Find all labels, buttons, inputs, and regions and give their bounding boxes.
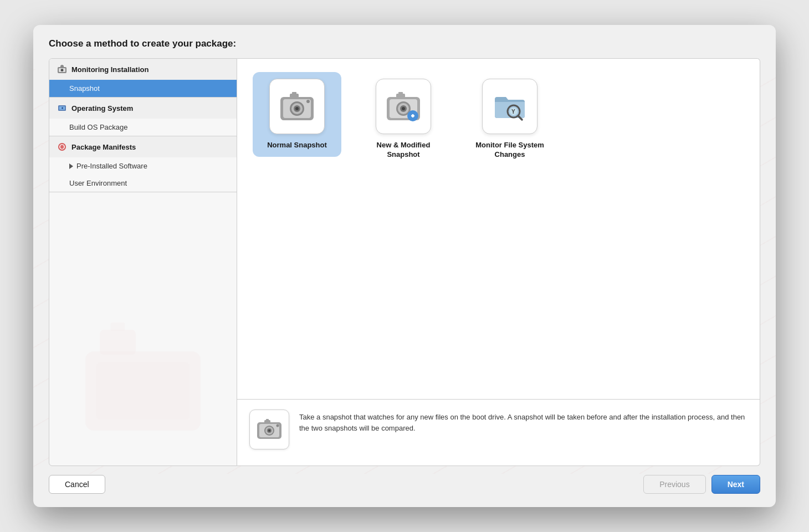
normal-snapshot-icon-box — [269, 79, 325, 134]
dialog-title: Choose a method to create your package: — [49, 38, 236, 49]
svg-rect-9 — [62, 65, 63, 66]
svg-point-29 — [402, 107, 405, 110]
os-icon — [57, 103, 67, 113]
dialog-body: Monitoring Installation Snapshot — [33, 58, 776, 466]
sidebar-section-header-os[interactable]: Operating System — [49, 98, 237, 119]
svg-point-7 — [62, 69, 63, 70]
svg-rect-0 — [85, 351, 201, 431]
sidebar-item-preinstalled[interactable]: Pre-Installed Software — [49, 157, 237, 175]
new-modified-label: New & Modified Snapshot — [366, 141, 441, 160]
manifests-label: Package Manifests — [71, 143, 136, 151]
desc-icon-box — [249, 410, 289, 449]
monitoring-icon — [57, 64, 67, 74]
sidebar-section-header-monitoring[interactable]: Monitoring Installation — [49, 59, 237, 80]
description-text: Take a snapshot that watches for any new… — [299, 410, 747, 434]
new-modified-icon-box — [376, 79, 431, 134]
manifests-icon — [57, 142, 67, 152]
arrow-icon — [69, 163, 73, 169]
svg-rect-1 — [96, 362, 190, 420]
next-button[interactable]: Next — [711, 475, 760, 494]
monitor-fs-label: Monitor File System Changes — [472, 141, 547, 160]
monitor-fs-icon-box: Y — [482, 79, 537, 134]
dialog-header: Choose a method to create your package: — [33, 25, 776, 58]
previous-button[interactable]: Previous — [643, 475, 705, 494]
sidebar: Monitoring Installation Snapshot — [49, 58, 237, 466]
svg-rect-21 — [290, 94, 299, 98]
svg-rect-3 — [111, 323, 125, 331]
option-monitor-fs[interactable]: Y Monitor File System Changes — [465, 72, 554, 166]
svg-point-47 — [277, 424, 279, 427]
main-content: Normal Snapshot — [237, 58, 760, 466]
description-area: Take a snapshot that watches for any new… — [237, 399, 760, 466]
sidebar-section-manifests: Package Manifests Pre-Installed Software… — [49, 136, 237, 192]
svg-text:Y: Y — [511, 109, 515, 115]
sidebar-section-header-manifests[interactable]: Package Manifests — [49, 136, 237, 157]
svg-rect-31 — [398, 92, 403, 94]
svg-point-44 — [268, 429, 270, 432]
monitoring-label: Monitoring Installation — [71, 65, 149, 74]
svg-point-20 — [295, 107, 299, 110]
os-label: Operating System — [71, 104, 133, 112]
svg-rect-34 — [412, 114, 414, 117]
svg-point-23 — [306, 100, 310, 103]
svg-rect-30 — [396, 94, 405, 98]
svg-rect-46 — [266, 419, 269, 421]
cancel-button[interactable]: Cancel — [49, 475, 105, 494]
dialog: Choose a method to create your package: — [33, 25, 776, 507]
sidebar-item-user-env[interactable]: User Environment — [49, 175, 237, 192]
option-normal-snapshot[interactable]: Normal Snapshot — [253, 72, 341, 157]
sidebar-item-snapshot[interactable]: Snapshot — [49, 80, 237, 97]
watermark — [71, 308, 215, 454]
option-new-modified[interactable]: New & Modified Snapshot — [359, 72, 448, 166]
normal-snapshot-label: Normal Snapshot — [267, 141, 327, 150]
footer-right: Previous Next — [643, 475, 760, 494]
sidebar-item-build-os[interactable]: Build OS Package — [49, 119, 237, 136]
sidebar-section-os: Operating System Build OS Package — [49, 98, 237, 136]
sidebar-section-monitoring: Monitoring Installation Snapshot — [49, 59, 237, 98]
svg-rect-2 — [100, 330, 136, 355]
svg-rect-22 — [292, 92, 296, 94]
dialog-footer: Cancel Previous Next — [33, 466, 776, 507]
options-area: Normal Snapshot — [237, 59, 760, 399]
